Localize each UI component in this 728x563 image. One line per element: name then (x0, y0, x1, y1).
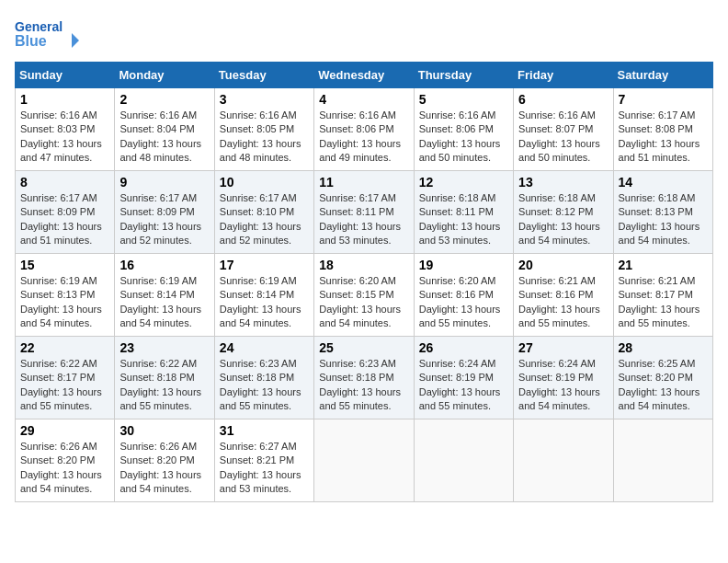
calendar-cell: 15 Sunrise: 6:19 AMSunset: 8:13 PMDaylig… (16, 254, 115, 337)
day-info: Sunrise: 6:21 AMSunset: 8:16 PMDaylight:… (518, 275, 600, 328)
calendar-cell: 25 Sunrise: 6:23 AMSunset: 8:18 PMDaylig… (314, 337, 414, 419)
day-number: 6 (518, 92, 608, 107)
day-number: 29 (20, 423, 109, 438)
day-info: Sunrise: 6:20 AMSunset: 8:16 PMDaylight:… (419, 275, 501, 328)
day-info: Sunrise: 6:17 AMSunset: 8:09 PMDaylight:… (119, 192, 201, 246)
day-number: 30 (119, 423, 209, 438)
day-info: Sunrise: 6:17 AMSunset: 8:10 PMDaylight:… (220, 192, 301, 246)
svg-marker-2 (72, 33, 79, 48)
calendar-cell: 18 Sunrise: 6:20 AMSunset: 8:15 PMDaylig… (314, 254, 414, 337)
weekday-header-saturday: Saturday (613, 63, 712, 88)
day-number: 22 (20, 340, 109, 355)
day-number: 16 (119, 258, 209, 272)
day-number: 18 (319, 258, 408, 272)
calendar-cell: 26 Sunrise: 6:24 AMSunset: 8:19 PMDaylig… (414, 337, 513, 419)
weekday-header-tuesday: Tuesday (214, 63, 313, 88)
calendar-cell: 7 Sunrise: 6:17 AMSunset: 8:08 PMDayligh… (613, 88, 712, 171)
day-info: Sunrise: 6:18 AMSunset: 8:12 PMDaylight:… (518, 192, 600, 246)
weekday-header-wednesday: Wednesday (314, 63, 414, 88)
day-number: 5 (419, 92, 508, 107)
calendar-cell: 5 Sunrise: 6:16 AMSunset: 8:06 PMDayligh… (414, 88, 513, 171)
day-info: Sunrise: 6:24 AMSunset: 8:19 PMDaylight:… (518, 358, 600, 411)
day-number: 24 (220, 340, 309, 355)
calendar-cell: 12 Sunrise: 6:18 AMSunset: 8:11 PMDaylig… (414, 171, 513, 254)
calendar-table: SundayMondayTuesdayWednesdayThursdayFrid… (15, 62, 713, 502)
calendar-cell: 28 Sunrise: 6:25 AMSunset: 8:20 PMDaylig… (613, 337, 712, 419)
day-info: Sunrise: 6:24 AMSunset: 8:19 PMDaylight:… (419, 358, 501, 411)
calendar-cell: 21 Sunrise: 6:21 AMSunset: 8:17 PMDaylig… (613, 254, 712, 337)
calendar-cell: 4 Sunrise: 6:16 AMSunset: 8:06 PMDayligh… (314, 88, 414, 171)
day-number: 25 (319, 340, 408, 355)
calendar-cell (613, 419, 712, 502)
calendar-cell: 3 Sunrise: 6:16 AMSunset: 8:05 PMDayligh… (214, 88, 313, 171)
calendar-cell (514, 419, 613, 502)
svg-text:General: General (15, 19, 63, 34)
calendar-cell: 6 Sunrise: 6:16 AMSunset: 8:07 PMDayligh… (514, 88, 613, 171)
day-info: Sunrise: 6:16 AMSunset: 8:03 PMDaylight:… (20, 109, 102, 163)
weekday-header-monday: Monday (115, 63, 214, 88)
logo-svg: General Blue (15, 15, 79, 56)
day-info: Sunrise: 6:16 AMSunset: 8:04 PMDaylight:… (119, 109, 201, 163)
calendar-cell (414, 419, 513, 502)
day-number: 15 (20, 258, 109, 272)
day-number: 2 (119, 92, 209, 107)
day-info: Sunrise: 6:16 AMSunset: 8:05 PMDaylight:… (220, 109, 301, 163)
logo: General Blue (15, 15, 79, 56)
day-info: Sunrise: 6:18 AMSunset: 8:11 PMDaylight:… (419, 192, 501, 246)
day-number: 7 (619, 92, 708, 107)
day-number: 13 (518, 175, 608, 190)
calendar-cell: 20 Sunrise: 6:21 AMSunset: 8:16 PMDaylig… (514, 254, 613, 337)
day-number: 21 (619, 258, 708, 272)
day-info: Sunrise: 6:22 AMSunset: 8:17 PMDaylight:… (20, 358, 102, 411)
calendar-cell: 16 Sunrise: 6:19 AMSunset: 8:14 PMDaylig… (115, 254, 214, 337)
day-info: Sunrise: 6:16 AMSunset: 8:06 PMDaylight:… (419, 109, 501, 163)
day-number: 31 (220, 423, 309, 438)
day-info: Sunrise: 6:19 AMSunset: 8:14 PMDaylight:… (220, 275, 301, 328)
calendar-cell: 30 Sunrise: 6:26 AMSunset: 8:20 PMDaylig… (115, 419, 214, 502)
day-info: Sunrise: 6:19 AMSunset: 8:13 PMDaylight:… (20, 275, 102, 328)
day-number: 1 (20, 92, 109, 107)
calendar-cell: 11 Sunrise: 6:17 AMSunset: 8:11 PMDaylig… (314, 171, 414, 254)
day-info: Sunrise: 6:26 AMSunset: 8:20 PMDaylight:… (119, 441, 201, 494)
calendar-cell (314, 419, 414, 502)
day-info: Sunrise: 6:23 AMSunset: 8:18 PMDaylight:… (319, 358, 401, 411)
page-header: General Blue (15, 15, 713, 56)
calendar-cell: 31 Sunrise: 6:27 AMSunset: 8:21 PMDaylig… (214, 419, 313, 502)
day-info: Sunrise: 6:22 AMSunset: 8:18 PMDaylight:… (119, 358, 201, 411)
day-number: 23 (119, 340, 209, 355)
calendar-cell: 8 Sunrise: 6:17 AMSunset: 8:09 PMDayligh… (16, 171, 115, 254)
day-number: 28 (619, 340, 708, 355)
day-info: Sunrise: 6:27 AMSunset: 8:21 PMDaylight:… (220, 441, 301, 494)
day-number: 11 (319, 175, 408, 190)
calendar-cell: 22 Sunrise: 6:22 AMSunset: 8:17 PMDaylig… (16, 337, 115, 419)
calendar-week-5: 29 Sunrise: 6:26 AMSunset: 8:20 PMDaylig… (16, 419, 713, 502)
calendar-cell: 13 Sunrise: 6:18 AMSunset: 8:12 PMDaylig… (514, 171, 613, 254)
day-number: 12 (419, 175, 508, 190)
calendar-week-3: 15 Sunrise: 6:19 AMSunset: 8:13 PMDaylig… (16, 254, 713, 337)
svg-text:Blue: Blue (15, 33, 47, 49)
day-number: 8 (20, 175, 109, 190)
day-info: Sunrise: 6:16 AMSunset: 8:07 PMDaylight:… (518, 109, 600, 163)
day-number: 14 (619, 175, 708, 190)
calendar-cell: 2 Sunrise: 6:16 AMSunset: 8:04 PMDayligh… (115, 88, 214, 171)
calendar-week-1: 1 Sunrise: 6:16 AMSunset: 8:03 PMDayligh… (16, 88, 713, 171)
day-info: Sunrise: 6:26 AMSunset: 8:20 PMDaylight:… (20, 441, 102, 494)
calendar-cell: 23 Sunrise: 6:22 AMSunset: 8:18 PMDaylig… (115, 337, 214, 419)
day-info: Sunrise: 6:16 AMSunset: 8:06 PMDaylight:… (319, 109, 401, 163)
day-info: Sunrise: 6:20 AMSunset: 8:15 PMDaylight:… (319, 275, 401, 328)
calendar-week-2: 8 Sunrise: 6:17 AMSunset: 8:09 PMDayligh… (16, 171, 713, 254)
day-info: Sunrise: 6:17 AMSunset: 8:09 PMDaylight:… (20, 192, 102, 246)
weekday-header-sunday: Sunday (16, 63, 115, 88)
calendar-cell: 29 Sunrise: 6:26 AMSunset: 8:20 PMDaylig… (16, 419, 115, 502)
calendar-cell: 19 Sunrise: 6:20 AMSunset: 8:16 PMDaylig… (414, 254, 513, 337)
day-info: Sunrise: 6:17 AMSunset: 8:08 PMDaylight:… (619, 109, 700, 163)
calendar-cell: 27 Sunrise: 6:24 AMSunset: 8:19 PMDaylig… (514, 337, 613, 419)
calendar-cell: 10 Sunrise: 6:17 AMSunset: 8:10 PMDaylig… (214, 171, 313, 254)
day-number: 27 (518, 340, 608, 355)
calendar-cell: 17 Sunrise: 6:19 AMSunset: 8:14 PMDaylig… (214, 254, 313, 337)
day-number: 20 (518, 258, 608, 272)
day-info: Sunrise: 6:25 AMSunset: 8:20 PMDaylight:… (619, 358, 700, 411)
calendar-cell: 14 Sunrise: 6:18 AMSunset: 8:13 PMDaylig… (613, 171, 712, 254)
day-info: Sunrise: 6:21 AMSunset: 8:17 PMDaylight:… (619, 275, 700, 328)
day-number: 4 (319, 92, 408, 107)
